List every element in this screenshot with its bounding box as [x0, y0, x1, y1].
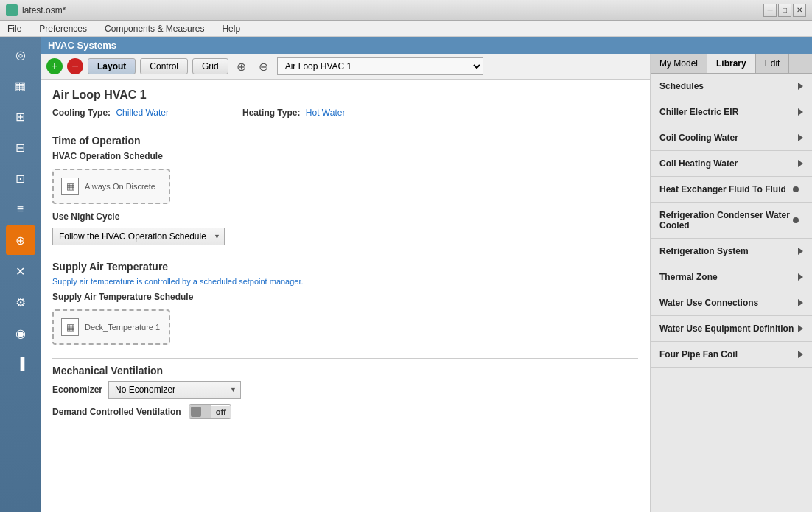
schedule-icon: ▦ — [61, 178, 79, 195]
night-cycle-dropdown-wrap: Follow the HVAC Operation Schedule Cycle… — [52, 228, 225, 245]
sidebar-item-settings[interactable]: ⚙ — [6, 287, 35, 317]
supply-air-schedule-box[interactable]: ▦ Deck_Temperature 1 — [52, 309, 170, 345]
library-item-dot-refrigeration-condenser — [793, 217, 799, 223]
app-layout: ◎ ▦ ⊞ ⊟ ⊡ ≡ ⊕ ✕ ⚙ ◉ ▐ HVAC Systems + − L… — [0, 37, 812, 512]
sidebar-item-building-stories[interactable]: ≡ — [6, 194, 35, 224]
library-item-water-use-equipment[interactable]: Water Use Equipment Definition — [651, 316, 812, 342]
main-panel: + − Layout Control Grid ⊕ ⊖ Air Loop HVA… — [41, 54, 650, 512]
toggle-track — [189, 405, 211, 418]
menu-help[interactable]: Help — [217, 22, 245, 35]
sidebar-item-measures[interactable]: ✕ — [6, 256, 35, 286]
library-item-label-water-use-equipment: Water Use Equipment Definition — [659, 323, 798, 334]
main-content: HVAC Systems + − Layout Control Grid ⊕ ⊖… — [41, 37, 812, 512]
tab-library[interactable]: Library — [707, 54, 756, 73]
add-button[interactable]: + — [46, 58, 63, 74]
library-item-arrow-refrigeration-system — [798, 248, 803, 255]
library-list: SchedulesChiller Electric EIRCoil Coolin… — [651, 74, 812, 512]
library-item-arrow-water-use-equipment — [798, 325, 803, 332]
library-item-arrow-chiller — [798, 108, 803, 116]
library-item-label-chiller: Chiller Electric EIR — [659, 107, 798, 117]
layout-button[interactable]: Layout — [88, 58, 136, 74]
menu-file[interactable]: File — [3, 22, 26, 35]
library-item-label-four-pipe-fan-coil: Four Pipe Fan Coil — [659, 349, 798, 360]
library-item-coil-cooling[interactable]: Coil Cooling Water — [651, 125, 812, 151]
dcv-label: Demand Controlled Ventilation — [52, 407, 181, 417]
content-area: + − Layout Control Grid ⊕ ⊖ Air Loop HVA… — [41, 54, 812, 512]
heating-type-label: Heating Type: Hot Water — [242, 108, 345, 118]
zoom-out-icon[interactable]: ⊖ — [255, 57, 273, 75]
library-item-arrow-schedules — [798, 83, 803, 90]
hvac-selector[interactable]: Air Loop HVAC 1 — [277, 57, 483, 75]
library-item-thermal-zone[interactable]: Thermal Zone — [651, 264, 812, 290]
library-item-refrigeration-system[interactable]: Refrigeration System — [651, 239, 812, 264]
air-loop-title: Air Loop HVAC 1 — [52, 88, 638, 102]
mech-vent-title: Mechanical Ventilation — [52, 365, 638, 376]
library-item-label-coil-cooling: Coil Cooling Water — [659, 133, 798, 143]
tab-my-model[interactable]: My Model — [651, 54, 707, 73]
sidebar-item-reports[interactable]: ▐ — [6, 349, 35, 379]
sidebar-item-constructions[interactable]: ⊞ — [6, 102, 35, 131]
minimize-button[interactable]: ─ — [763, 4, 777, 17]
time-of-operation-title: Time of Operation — [52, 135, 638, 147]
library-item-water-use-connections[interactable]: Water Use Connections — [651, 290, 812, 316]
deck-temp-name: Deck_Temperature 1 — [85, 323, 160, 332]
economizer-row: Economizer No Economizer Differential En… — [52, 381, 638, 399]
sidebar-item-loads[interactable]: ⊟ — [6, 133, 35, 162]
toolbar: + − Layout Control Grid ⊕ ⊖ Air Loop HVA… — [41, 54, 650, 80]
menu-preferences[interactable]: Preferences — [35, 22, 91, 35]
economizer-select[interactable]: No Economizer Differential Enthalpy Diff… — [108, 381, 241, 399]
maximize-button[interactable]: □ — [778, 4, 791, 17]
economizer-label: Economizer — [52, 385, 102, 395]
panel-content: Air Loop HVAC 1 Cooling Type: Chilled Wa… — [41, 80, 650, 428]
sidebar-item-hvac[interactable]: ⊕ — [6, 225, 35, 255]
library-item-label-refrigeration-condenser: Refrigeration Condenser Water Cooled — [659, 210, 793, 231]
library-item-coil-heating[interactable]: Coil Heating Water — [651, 151, 812, 177]
divider-3 — [52, 358, 638, 359]
dcv-row: Demand Controlled Ventilation off — [52, 404, 638, 419]
library-item-schedules[interactable]: Schedules — [651, 74, 812, 99]
close-button[interactable]: ✕ — [793, 4, 806, 17]
library-item-refrigeration-condenser[interactable]: Refrigeration Condenser Water Cooled — [651, 203, 812, 239]
window-title: latest.osm* — [22, 5, 66, 15]
type-row: Cooling Type: Chilled Water Heating Type… — [52, 108, 638, 118]
economizer-dropdown-wrap: No Economizer Differential Enthalpy Diff… — [108, 381, 241, 399]
sidebar-item-space-types[interactable]: ⊡ — [6, 164, 35, 193]
sidebar-item-site[interactable]: ◎ — [6, 40, 35, 69]
hvac-operation-schedule-box[interactable]: ▦ Always On Discrete — [52, 169, 170, 204]
dcv-toggle[interactable]: off — [189, 404, 231, 419]
app-icon — [6, 4, 18, 16]
library-item-four-pipe-fan-coil[interactable]: Four Pipe Fan Coil — [651, 342, 812, 368]
menu-components[interactable]: Components & Measures — [100, 22, 209, 35]
divider-1 — [52, 127, 638, 127]
library-item-arrow-coil-heating — [798, 160, 803, 167]
library-item-dot-heat-exchanger — [793, 186, 799, 192]
library-item-heat-exchanger[interactable]: Heat Exchanger Fluid To Fluid — [651, 177, 812, 203]
control-button[interactable]: Control — [140, 58, 188, 74]
library-item-arrow-four-pipe-fan-coil — [798, 351, 803, 358]
title-bar: latest.osm* ─ □ ✕ — [0, 0, 812, 21]
right-tabs: My Model Library Edit — [651, 54, 812, 74]
menu-bar: File Preferences Components & Measures H… — [0, 21, 812, 37]
library-item-chiller[interactable]: Chiller Electric EIR — [651, 99, 812, 125]
deck-temp-icon: ▦ — [61, 318, 79, 336]
divider-2 — [52, 253, 638, 253]
right-panel: My Model Library Edit SchedulesChiller E… — [650, 54, 812, 512]
heating-type-value: Hot Water — [306, 108, 346, 118]
night-cycle-select[interactable]: Follow the HVAC Operation Schedule Cycle… — [52, 228, 225, 245]
hvac-systems-header: HVAC Systems — [41, 37, 812, 54]
night-cycle-row: Use Night Cycle — [52, 211, 638, 222]
supply-schedule-label: Supply Air Temperature Schedule — [52, 292, 638, 302]
tab-edit[interactable]: Edit — [756, 54, 790, 73]
library-item-arrow-coil-cooling — [798, 134, 803, 141]
night-cycle-label: Use Night Cycle — [52, 211, 119, 222]
library-item-label-thermal-zone: Thermal Zone — [659, 272, 798, 282]
remove-button[interactable]: − — [67, 58, 83, 74]
left-sidebar: ◎ ▦ ⊞ ⊟ ⊡ ≡ ⊕ ✕ ⚙ ◉ ▐ — [0, 37, 41, 512]
sidebar-item-results[interactable]: ◉ — [6, 318, 35, 348]
zoom-in-icon[interactable]: ⊕ — [233, 57, 251, 75]
toggle-label: off — [211, 406, 231, 418]
library-item-label-heat-exchanger: Heat Exchanger Fluid To Fluid — [659, 184, 793, 194]
grid-button[interactable]: Grid — [192, 58, 228, 74]
library-item-label-schedules: Schedules — [659, 81, 798, 91]
sidebar-item-schedules[interactable]: ▦ — [6, 71, 35, 100]
